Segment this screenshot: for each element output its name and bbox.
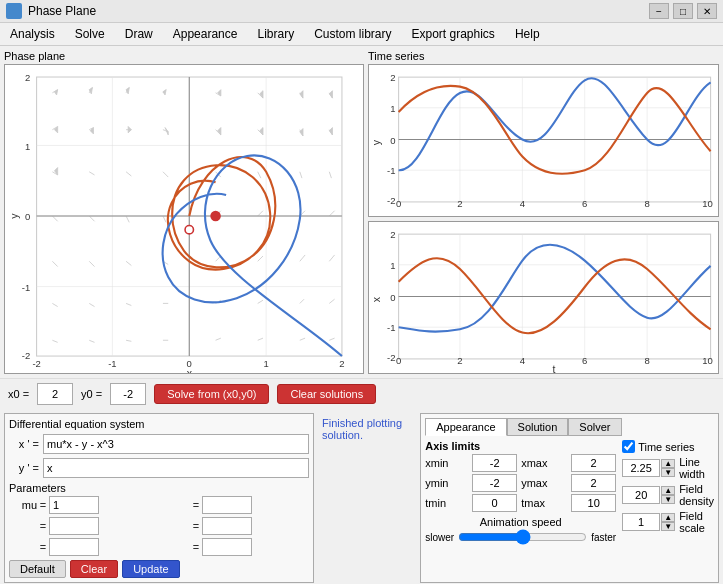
svg-point-95 bbox=[210, 211, 221, 222]
ymax-input[interactable] bbox=[571, 474, 616, 492]
svg-text:x: x bbox=[187, 367, 193, 373]
svg-text:2: 2 bbox=[339, 358, 344, 369]
animation-speed-title: Animation speed bbox=[425, 516, 616, 528]
menu-appearance[interactable]: Appearance bbox=[167, 25, 244, 43]
solve-button[interactable]: Solve from (x0,y0) bbox=[154, 384, 269, 404]
line-width-down[interactable]: ▼ bbox=[661, 468, 675, 477]
phase-plane-title: Phase plane bbox=[4, 50, 364, 62]
tab-appearance[interactable]: Appearance bbox=[425, 418, 506, 436]
line-width-spinner: ▲ ▼ bbox=[622, 459, 675, 477]
menu-export-graphics[interactable]: Export graphics bbox=[406, 25, 501, 43]
animation-slider[interactable] bbox=[458, 530, 587, 544]
line-width-up[interactable]: ▲ bbox=[661, 459, 675, 468]
time-series-top-svg: 2 1 0 -1 -2 0 2 4 6 8 10 y bbox=[369, 65, 718, 216]
svg-text:1: 1 bbox=[25, 141, 30, 152]
svg-text:1: 1 bbox=[390, 103, 395, 114]
menu-library[interactable]: Library bbox=[251, 25, 300, 43]
bottom-row: Differential equation system x ' = y ' =… bbox=[0, 409, 723, 584]
tmin-input[interactable] bbox=[472, 494, 517, 512]
svg-text:-1: -1 bbox=[387, 323, 395, 334]
default-button[interactable]: Default bbox=[9, 560, 66, 578]
field-scale-input[interactable] bbox=[622, 513, 660, 531]
menu-draw[interactable]: Draw bbox=[119, 25, 159, 43]
svg-text:10: 10 bbox=[702, 198, 713, 209]
field-density-up[interactable]: ▲ bbox=[661, 486, 675, 495]
window-title: Phase Plane bbox=[28, 4, 96, 18]
eq2-var: y ' = bbox=[9, 462, 39, 474]
y0-input[interactable] bbox=[110, 383, 146, 405]
param6-input[interactable] bbox=[202, 538, 252, 556]
field-density-row: ▲ ▼ Field density bbox=[622, 483, 714, 507]
param3-input[interactable] bbox=[49, 538, 99, 556]
appearance-panel: Appearance Solution Solver Axis limits x… bbox=[420, 413, 719, 583]
faster-label: faster bbox=[591, 532, 616, 543]
tmax-label: tmax bbox=[521, 497, 567, 509]
menu-help[interactable]: Help bbox=[509, 25, 546, 43]
xmax-input[interactable] bbox=[571, 454, 616, 472]
diff-eq-title: Differential equation system bbox=[9, 418, 309, 430]
param4-input[interactable] bbox=[202, 496, 252, 514]
update-button[interactable]: Update bbox=[122, 560, 179, 578]
ymin-input[interactable] bbox=[472, 474, 517, 492]
field-scale-row: ▲ ▼ Field scale bbox=[622, 510, 714, 534]
tab-solution[interactable]: Solution bbox=[507, 418, 569, 436]
svg-text:-1: -1 bbox=[22, 282, 30, 293]
maximize-button[interactable]: □ bbox=[673, 3, 693, 19]
charts-row: Phase plane bbox=[0, 46, 723, 378]
time-series-bottom[interactable]: 2 1 0 -1 -2 0 2 4 6 8 10 t bbox=[368, 221, 719, 374]
tab-solver[interactable]: Solver bbox=[568, 418, 621, 436]
clear-button[interactable]: Clear bbox=[70, 560, 118, 578]
svg-text:1: 1 bbox=[263, 358, 268, 369]
slider-row: slower faster bbox=[425, 530, 616, 544]
diff-eq-panel: Differential equation system x ' = y ' =… bbox=[4, 413, 314, 583]
svg-text:2: 2 bbox=[390, 230, 395, 241]
ymin-label: ymin bbox=[425, 477, 468, 489]
field-scale-up[interactable]: ▲ bbox=[661, 513, 675, 522]
right-controls: Time series ▲ ▼ Line width bbox=[622, 440, 714, 544]
eq2-input[interactable] bbox=[43, 458, 309, 478]
tmax-input[interactable] bbox=[571, 494, 616, 512]
bottom-buttons: Default Clear Update bbox=[9, 560, 309, 578]
svg-text:2: 2 bbox=[457, 355, 462, 366]
svg-text:2: 2 bbox=[457, 198, 462, 209]
controls-row: x0 = y0 = Solve from (x0,y0) Clear solut… bbox=[0, 378, 723, 409]
param1-name: mu bbox=[9, 499, 37, 511]
xmin-input[interactable] bbox=[472, 454, 517, 472]
svg-text:-1: -1 bbox=[387, 165, 395, 176]
svg-text:1: 1 bbox=[390, 260, 395, 271]
line-width-input[interactable] bbox=[622, 459, 660, 477]
close-button[interactable]: ✕ bbox=[697, 3, 717, 19]
param5-input[interactable] bbox=[202, 517, 252, 535]
time-series-section: Time series bbox=[368, 50, 719, 374]
minimize-button[interactable]: − bbox=[649, 3, 669, 19]
menu-custom-library[interactable]: Custom library bbox=[308, 25, 397, 43]
time-series-top[interactable]: 2 1 0 -1 -2 0 2 4 6 8 10 y bbox=[368, 64, 719, 217]
svg-text:-2: -2 bbox=[387, 352, 395, 363]
app-icon bbox=[6, 3, 22, 19]
svg-text:0: 0 bbox=[396, 198, 401, 209]
xmax-label: xmax bbox=[521, 457, 567, 469]
phase-plane-chart[interactable]: -2 -1 0 1 2 2 1 0 -1 -2 x y bbox=[4, 64, 364, 374]
svg-text:0: 0 bbox=[396, 355, 401, 366]
time-series-checkbox-row: Time series bbox=[622, 440, 714, 453]
title-bar: Phase Plane − □ ✕ bbox=[0, 0, 723, 23]
limits-grid: xmin xmax ymin ymax tmin tmax bbox=[425, 454, 616, 512]
field-scale-down[interactable]: ▼ bbox=[661, 522, 675, 531]
tmin-label: tmin bbox=[425, 497, 468, 509]
menu-solve[interactable]: Solve bbox=[69, 25, 111, 43]
param2-input[interactable] bbox=[49, 517, 99, 535]
svg-text:6: 6 bbox=[582, 355, 587, 366]
time-series-label: Time series bbox=[638, 441, 694, 453]
param1-input[interactable] bbox=[49, 496, 99, 514]
x0-input[interactable] bbox=[37, 383, 73, 405]
menu-analysis[interactable]: Analysis bbox=[4, 25, 61, 43]
time-series-checkbox[interactable] bbox=[622, 440, 635, 453]
svg-text:-1: -1 bbox=[108, 358, 116, 369]
time-series-charts: 2 1 0 -1 -2 0 2 4 6 8 10 y bbox=[368, 64, 719, 374]
axis-limits-title: Axis limits bbox=[425, 440, 616, 452]
clear-solutions-button[interactable]: Clear solutions bbox=[277, 384, 376, 404]
field-density-input[interactable] bbox=[622, 486, 660, 504]
field-density-down[interactable]: ▼ bbox=[661, 495, 675, 504]
eq1-input[interactable] bbox=[43, 434, 309, 454]
svg-text:x: x bbox=[370, 297, 382, 303]
